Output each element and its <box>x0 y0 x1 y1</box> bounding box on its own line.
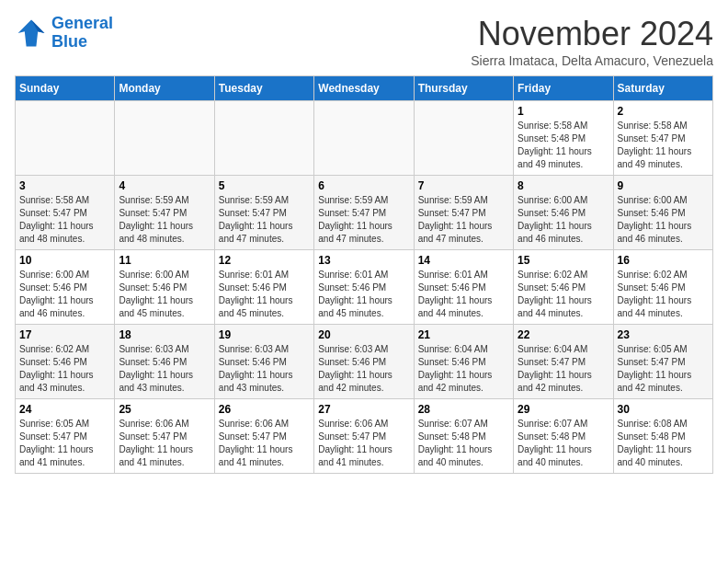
calendar-cell: 13Sunrise: 6:01 AM Sunset: 5:46 PM Dayli… <box>314 250 414 325</box>
month-title: November 2024 <box>471 15 713 53</box>
header-wednesday: Wednesday <box>314 76 414 101</box>
calendar-cell: 4Sunrise: 5:59 AM Sunset: 5:47 PM Daylig… <box>115 176 214 250</box>
logo-icon <box>15 17 48 50</box>
day-number: 18 <box>119 328 210 341</box>
day-number: 19 <box>219 328 310 341</box>
calendar-cell: 14Sunrise: 6:01 AM Sunset: 5:46 PM Dayli… <box>414 250 513 325</box>
calendar-cell: 18Sunrise: 6:03 AM Sunset: 5:46 PM Dayli… <box>115 325 214 399</box>
day-number: 3 <box>19 179 110 192</box>
day-number: 26 <box>219 403 310 416</box>
day-info: Sunrise: 6:07 AM Sunset: 5:48 PM Dayligh… <box>418 418 509 469</box>
day-number: 14 <box>418 254 509 267</box>
calendar-cell: 21Sunrise: 6:04 AM Sunset: 5:46 PM Dayli… <box>414 325 513 399</box>
calendar-cell: 23Sunrise: 6:05 AM Sunset: 5:47 PM Dayli… <box>613 325 712 399</box>
header-sunday: Sunday <box>16 76 115 101</box>
calendar-cell: 3Sunrise: 5:58 AM Sunset: 5:47 PM Daylig… <box>16 176 115 250</box>
header-monday: Monday <box>115 76 214 101</box>
calendar-cell: 27Sunrise: 6:06 AM Sunset: 5:47 PM Dayli… <box>314 399 414 474</box>
day-info: Sunrise: 6:02 AM Sunset: 5:46 PM Dayligh… <box>618 269 709 320</box>
calendar-cell <box>314 101 414 176</box>
day-info: Sunrise: 6:04 AM Sunset: 5:47 PM Dayligh… <box>518 343 609 395</box>
location-subtitle: Sierra Imataca, Delta Amacuro, Venezuela <box>471 53 713 68</box>
day-info: Sunrise: 6:01 AM Sunset: 5:46 PM Dayligh… <box>418 269 509 320</box>
day-number: 5 <box>219 179 310 192</box>
day-number: 13 <box>318 254 409 267</box>
day-number: 4 <box>119 179 210 192</box>
calendar-cell: 11Sunrise: 6:00 AM Sunset: 5:46 PM Dayli… <box>115 250 214 325</box>
header-tuesday: Tuesday <box>214 76 313 101</box>
day-info: Sunrise: 6:06 AM Sunset: 5:47 PM Dayligh… <box>119 418 210 469</box>
day-number: 2 <box>618 105 709 118</box>
day-number: 7 <box>418 179 509 192</box>
calendar-cell: 7Sunrise: 5:59 AM Sunset: 5:47 PM Daylig… <box>414 176 513 250</box>
day-info: Sunrise: 6:00 AM Sunset: 5:46 PM Dayligh… <box>19 269 110 320</box>
day-number: 24 <box>19 403 110 416</box>
day-number: 12 <box>219 254 310 267</box>
calendar-cell <box>16 101 115 176</box>
day-info: Sunrise: 6:00 AM Sunset: 5:46 PM Dayligh… <box>518 194 609 246</box>
logo: General Blue <box>15 15 113 52</box>
calendar-cell: 25Sunrise: 6:06 AM Sunset: 5:47 PM Dayli… <box>115 399 214 474</box>
header-friday: Friday <box>514 76 613 101</box>
calendar-header-row: SundayMondayTuesdayWednesdayThursdayFrid… <box>16 76 713 101</box>
calendar-table: SundayMondayTuesdayWednesdayThursdayFrid… <box>15 75 713 474</box>
page-header: General Blue November 2024 Sierra Imatac… <box>15 15 713 68</box>
day-info: Sunrise: 6:01 AM Sunset: 5:46 PM Dayligh… <box>318 269 409 320</box>
day-number: 8 <box>518 179 609 192</box>
day-number: 10 <box>19 254 110 267</box>
calendar-cell: 9Sunrise: 6:00 AM Sunset: 5:46 PM Daylig… <box>613 176 712 250</box>
calendar-week-row: 3Sunrise: 5:58 AM Sunset: 5:47 PM Daylig… <box>16 176 713 250</box>
day-number: 1 <box>518 105 609 118</box>
day-info: Sunrise: 6:03 AM Sunset: 5:46 PM Dayligh… <box>219 343 310 395</box>
day-info: Sunrise: 6:02 AM Sunset: 5:46 PM Dayligh… <box>518 269 609 320</box>
calendar-week-row: 1Sunrise: 5:58 AM Sunset: 5:48 PM Daylig… <box>16 101 713 176</box>
calendar-cell <box>414 101 513 176</box>
day-info: Sunrise: 5:58 AM Sunset: 5:47 PM Dayligh… <box>618 120 709 171</box>
day-info: Sunrise: 6:05 AM Sunset: 5:47 PM Dayligh… <box>618 343 709 395</box>
day-info: Sunrise: 5:59 AM Sunset: 5:47 PM Dayligh… <box>418 194 509 246</box>
calendar-cell: 15Sunrise: 6:02 AM Sunset: 5:46 PM Dayli… <box>514 250 613 325</box>
day-info: Sunrise: 5:58 AM Sunset: 5:48 PM Dayligh… <box>518 120 609 171</box>
day-info: Sunrise: 6:03 AM Sunset: 5:46 PM Dayligh… <box>119 343 210 395</box>
day-number: 30 <box>618 403 709 416</box>
calendar-cell: 26Sunrise: 6:06 AM Sunset: 5:47 PM Dayli… <box>214 399 313 474</box>
header-thursday: Thursday <box>414 76 513 101</box>
day-number: 22 <box>518 328 609 341</box>
calendar-cell: 20Sunrise: 6:03 AM Sunset: 5:46 PM Dayli… <box>314 325 414 399</box>
day-number: 9 <box>618 179 709 192</box>
day-info: Sunrise: 5:58 AM Sunset: 5:47 PM Dayligh… <box>19 194 110 246</box>
calendar-cell: 2Sunrise: 5:58 AM Sunset: 5:47 PM Daylig… <box>613 101 712 176</box>
day-info: Sunrise: 5:59 AM Sunset: 5:47 PM Dayligh… <box>119 194 210 246</box>
day-info: Sunrise: 6:06 AM Sunset: 5:47 PM Dayligh… <box>318 418 409 469</box>
day-info: Sunrise: 6:02 AM Sunset: 5:46 PM Dayligh… <box>19 343 110 395</box>
calendar-cell <box>214 101 313 176</box>
day-number: 28 <box>418 403 509 416</box>
day-number: 11 <box>119 254 210 267</box>
day-number: 21 <box>418 328 509 341</box>
calendar-cell: 6Sunrise: 5:59 AM Sunset: 5:47 PM Daylig… <box>314 176 414 250</box>
calendar-cell: 12Sunrise: 6:01 AM Sunset: 5:46 PM Dayli… <box>214 250 313 325</box>
day-info: Sunrise: 6:00 AM Sunset: 5:46 PM Dayligh… <box>618 194 709 246</box>
day-info: Sunrise: 6:07 AM Sunset: 5:48 PM Dayligh… <box>518 418 609 469</box>
day-info: Sunrise: 6:03 AM Sunset: 5:46 PM Dayligh… <box>318 343 409 395</box>
header-saturday: Saturday <box>613 76 712 101</box>
day-info: Sunrise: 5:59 AM Sunset: 5:47 PM Dayligh… <box>219 194 310 246</box>
day-number: 25 <box>119 403 210 416</box>
calendar-cell: 22Sunrise: 6:04 AM Sunset: 5:47 PM Dayli… <box>514 325 613 399</box>
day-number: 29 <box>518 403 609 416</box>
day-number: 20 <box>318 328 409 341</box>
calendar-cell: 17Sunrise: 6:02 AM Sunset: 5:46 PM Dayli… <box>16 325 115 399</box>
calendar-cell: 19Sunrise: 6:03 AM Sunset: 5:46 PM Dayli… <box>214 325 313 399</box>
calendar-cell: 24Sunrise: 6:05 AM Sunset: 5:47 PM Dayli… <box>16 399 115 474</box>
calendar-cell <box>115 101 214 176</box>
day-info: Sunrise: 6:04 AM Sunset: 5:46 PM Dayligh… <box>418 343 509 395</box>
day-info: Sunrise: 6:06 AM Sunset: 5:47 PM Dayligh… <box>219 418 310 469</box>
calendar-cell: 1Sunrise: 5:58 AM Sunset: 5:48 PM Daylig… <box>514 101 613 176</box>
calendar-cell: 8Sunrise: 6:00 AM Sunset: 5:46 PM Daylig… <box>514 176 613 250</box>
day-number: 17 <box>19 328 110 341</box>
calendar-cell: 10Sunrise: 6:00 AM Sunset: 5:46 PM Dayli… <box>16 250 115 325</box>
title-block: November 2024 Sierra Imataca, Delta Amac… <box>471 15 713 68</box>
day-info: Sunrise: 6:05 AM Sunset: 5:47 PM Dayligh… <box>19 418 110 469</box>
calendar-cell: 29Sunrise: 6:07 AM Sunset: 5:48 PM Dayli… <box>514 399 613 474</box>
logo-text: General Blue <box>51 15 113 52</box>
